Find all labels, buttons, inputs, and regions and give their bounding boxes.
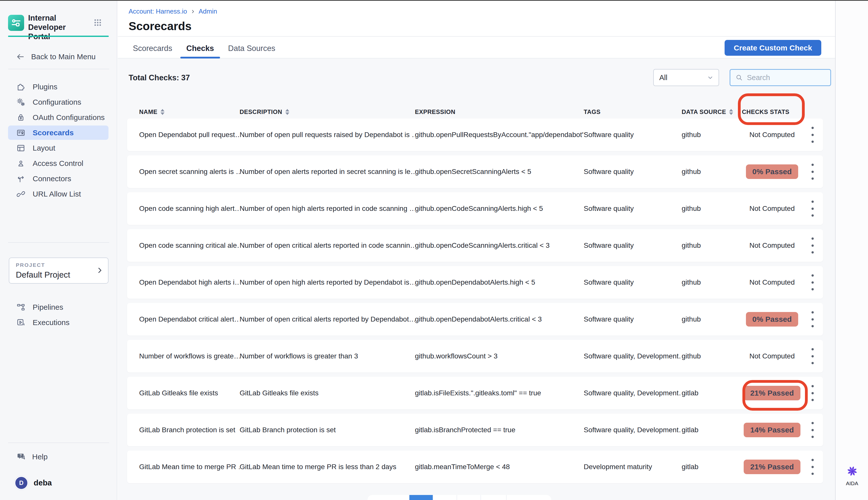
- search-input[interactable]: [746, 73, 842, 82]
- column-header-checks-stats[interactable]: CHECKS STATS: [742, 109, 802, 115]
- column-header-expression[interactable]: EXPRESSION: [415, 109, 584, 115]
- svg-text:?: ?: [20, 453, 22, 457]
- sidebar-item-access-control[interactable]: Access Control: [0, 156, 117, 171]
- column-header-label: DATA SOURCE: [682, 109, 726, 115]
- table-row[interactable]: Open Dependabot critical alert… Number o…: [127, 303, 823, 336]
- kebab-menu-icon[interactable]: [810, 125, 815, 144]
- chevron-down-icon: [707, 74, 713, 81]
- check-data-source: gitlab: [682, 426, 742, 434]
- create-custom-check-button[interactable]: Create Custom Check: [725, 40, 821, 56]
- kebab-menu-icon[interactable]: [810, 310, 815, 329]
- check-data-source: github: [682, 352, 742, 360]
- breadcrumb-admin-link[interactable]: Admin: [199, 8, 217, 15]
- idp-logo-icon: [10, 17, 22, 29]
- check-expression: gitlab.meanTimeToMerge < 48: [415, 463, 584, 471]
- back-to-main-menu[interactable]: Back to Main Menu: [0, 49, 117, 65]
- app-grid-icon[interactable]: [94, 19, 101, 26]
- check-description: Number of open pull requests raised by D…: [240, 131, 415, 139]
- pagination: [367, 495, 551, 500]
- tab-label: Scorecards: [133, 44, 172, 53]
- kebab-menu-icon[interactable]: [810, 420, 815, 440]
- passed-badge: 21% Passed: [744, 386, 800, 400]
- passed-badge: 14% Passed: [744, 423, 800, 437]
- sidebar-item-label: URL Allow List: [33, 190, 81, 198]
- sidebar-item-label: Pipelines: [33, 303, 63, 311]
- check-expression: github.openDependabotAlerts.high < 5: [415, 279, 584, 286]
- tab-checks[interactable]: Checks: [186, 38, 214, 58]
- total-checks-label: Total Checks: 37: [129, 73, 190, 82]
- table-row[interactable]: Open Dependabot pull request… Number of …: [127, 118, 823, 151]
- access-icon: [16, 159, 26, 168]
- back-arrow-icon: [15, 52, 25, 61]
- check-tags: Software quality: [584, 241, 682, 250]
- kebab-menu-icon[interactable]: [810, 236, 815, 255]
- check-expression: github.openSecretScanningAlerts < 5: [415, 168, 584, 176]
- column-header-tags[interactable]: TAGS: [584, 109, 682, 115]
- table-row[interactable]: Open code scanning high alert… Number of…: [127, 192, 823, 225]
- help-button[interactable]: ? Help: [0, 449, 117, 465]
- table-row[interactable]: Open Dependabot high alerts i… Number of…: [127, 266, 823, 299]
- project-name: Default Project: [16, 270, 70, 280]
- pagination-page-1[interactable]: [409, 495, 433, 500]
- column-header-data-source[interactable]: DATA SOURCE: [682, 109, 742, 115]
- tab-scorecards[interactable]: Scorecards: [133, 38, 172, 58]
- kebab-menu-icon[interactable]: [810, 346, 815, 366]
- kebab-menu-icon[interactable]: [810, 273, 815, 292]
- table-row[interactable]: GitLab Branch protection is set GitLab B…: [127, 414, 823, 446]
- table-row[interactable]: Open code scanning critical ale… Number …: [127, 229, 823, 262]
- passed-badge: 0% Passed: [746, 312, 799, 327]
- tab-bar: ScorecardsChecksData Sources: [133, 38, 275, 58]
- sidebar-item-pipelines[interactable]: Pipelines: [0, 299, 117, 315]
- column-header-description[interactable]: DESCRIPTION: [240, 109, 415, 115]
- filter-dropdown[interactable]: All: [653, 69, 719, 86]
- aida-assistant-button[interactable]: AIDA: [836, 464, 868, 487]
- sidebar-item-executions[interactable]: Executions: [0, 315, 117, 330]
- tab-data-sources[interactable]: Data Sources: [228, 38, 275, 58]
- table-row[interactable]: GitLab Gitleaks file exists GitLab Gitle…: [127, 377, 823, 409]
- column-header-label: NAME: [139, 109, 157, 115]
- table-body: Open Dependabot pull request… Number of …: [127, 118, 823, 487]
- url-icon: [16, 189, 26, 199]
- project-selector[interactable]: PROJECT Default Project: [9, 258, 109, 284]
- check-expression: github.openPullRequestsByAccount."app/de…: [415, 131, 584, 139]
- check-data-source: gitlab: [682, 463, 742, 471]
- breadcrumb-account-link[interactable]: Account: Harness.io: [129, 8, 187, 15]
- kebab-menu-icon[interactable]: [810, 199, 815, 218]
- check-stats: Not Computed: [742, 131, 802, 139]
- sidebar-item-connectors[interactable]: Connectors: [0, 171, 117, 186]
- sidebar-item-scorecards[interactable]: Scorecards: [0, 125, 117, 140]
- sort-icon[interactable]: [285, 109, 289, 115]
- check-description: GitLab Branch protection is set: [240, 426, 415, 434]
- sort-icon[interactable]: [160, 109, 165, 115]
- table-row[interactable]: Open secret scanning alerts is … Number …: [127, 155, 823, 188]
- column-header-label: CHECKS STATS: [742, 109, 789, 115]
- sort-icon[interactable]: [729, 109, 733, 115]
- column-header-name[interactable]: NAME: [139, 109, 240, 115]
- pagination-page-3[interactable]: [457, 495, 480, 500]
- check-data-source: gitlab: [682, 389, 742, 397]
- check-tags: Software quality: [584, 131, 682, 139]
- check-tags: Development maturity: [584, 463, 682, 471]
- sidebar-item-label: Executions: [33, 318, 69, 327]
- check-data-source: github: [682, 241, 742, 250]
- check-name: Open code scanning high alert…: [139, 205, 240, 213]
- user-menu[interactable]: D deba: [0, 476, 117, 490]
- sidebar-item-configurations[interactable]: Configurations: [0, 94, 117, 110]
- kebab-menu-icon[interactable]: [810, 384, 815, 402]
- check-expression: gitlab.isBranchProtected == true: [415, 426, 584, 434]
- sidebar-item-oauth-configurations[interactable]: OAuth Configurations: [0, 110, 117, 125]
- plugins-icon: [16, 82, 26, 92]
- pagination-prev[interactable]: [367, 495, 409, 500]
- not-computed-label: Not Computed: [749, 205, 795, 213]
- kebab-menu-icon[interactable]: [810, 162, 815, 181]
- pagination-page-2[interactable]: [433, 495, 457, 500]
- table-row[interactable]: GitLab Mean time to merge PR … GitLab Me…: [127, 451, 823, 483]
- sidebar-item-url-allow-list[interactable]: URL Allow List: [0, 186, 117, 202]
- kebab-menu-icon[interactable]: [810, 457, 815, 476]
- pagination-page-4[interactable]: [481, 495, 506, 500]
- pagination-next[interactable]: [507, 495, 551, 500]
- sidebar-item-plugins[interactable]: Plugins: [0, 79, 117, 94]
- sidebar-item-layout[interactable]: Layout: [0, 140, 117, 156]
- search-box: [730, 69, 831, 86]
- table-row[interactable]: Number of workflows is greate… Number of…: [127, 340, 823, 373]
